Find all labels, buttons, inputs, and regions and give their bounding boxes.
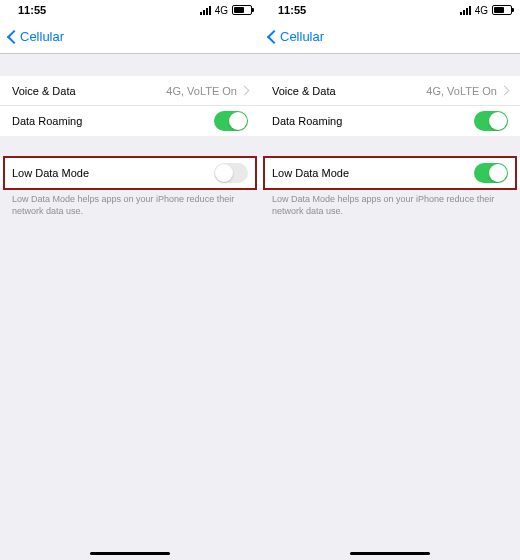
status-time: 11:55 [8, 4, 46, 16]
battery-icon [492, 5, 512, 15]
row-label: Voice & Data [12, 85, 76, 97]
row-voice-data[interactable]: Voice & Data 4G, VoLTE On [0, 76, 260, 106]
toggle-low-data-mode[interactable] [474, 163, 508, 183]
row-value: 4G, VoLTE On [166, 85, 248, 97]
footer-help-text: Low Data Mode helps apps on your iPhone … [260, 188, 520, 223]
back-label: Cellular [280, 29, 324, 44]
row-label: Data Roaming [272, 115, 342, 127]
settings-group-1: Voice & Data 4G, VoLTE On Data Roaming [260, 76, 520, 136]
row-low-data-mode: Low Data Mode [0, 158, 260, 188]
back-button[interactable]: Cellular [6, 28, 64, 46]
chevron-left-icon [6, 28, 18, 46]
row-low-data-mode: Low Data Mode [260, 158, 520, 188]
nav-bar: Cellular [260, 20, 520, 54]
row-voice-data[interactable]: Voice & Data 4G, VoLTE On [260, 76, 520, 106]
status-time: 11:55 [268, 4, 306, 16]
footer-help-text: Low Data Mode helps apps on your iPhone … [0, 188, 260, 223]
row-data-roaming: Data Roaming [0, 106, 260, 136]
status-bar: 11:55 4G [0, 0, 260, 20]
row-label: Data Roaming [12, 115, 82, 127]
battery-icon [232, 5, 252, 15]
back-button[interactable]: Cellular [266, 28, 324, 46]
chevron-right-icon [501, 86, 508, 96]
status-right: 4G [200, 5, 252, 16]
settings-group-1: Voice & Data 4G, VoLTE On Data Roaming [0, 76, 260, 136]
status-bar: 11:55 4G [260, 0, 520, 20]
toggle-data-roaming[interactable] [474, 111, 508, 131]
row-label: Low Data Mode [12, 167, 89, 179]
settings-group-low-data: Low Data Mode [260, 158, 520, 188]
chevron-left-icon [266, 28, 278, 46]
network-label: 4G [475, 5, 488, 16]
home-indicator[interactable] [350, 552, 430, 555]
network-label: 4G [215, 5, 228, 16]
chevron-right-icon [241, 86, 248, 96]
phone-screen-left: 11:55 4G Cellular Voice & Data 4G, VoLTE… [0, 0, 260, 560]
status-right: 4G [460, 5, 512, 16]
row-value: 4G, VoLTE On [426, 85, 508, 97]
nav-bar: Cellular [0, 20, 260, 54]
settings-group-low-data: Low Data Mode [0, 158, 260, 188]
row-label: Low Data Mode [272, 167, 349, 179]
home-indicator[interactable] [90, 552, 170, 555]
toggle-low-data-mode[interactable] [214, 163, 248, 183]
signal-icon [460, 6, 471, 15]
row-data-roaming: Data Roaming [260, 106, 520, 136]
signal-icon [200, 6, 211, 15]
toggle-data-roaming[interactable] [214, 111, 248, 131]
row-label: Voice & Data [272, 85, 336, 97]
back-label: Cellular [20, 29, 64, 44]
phone-screen-right: 11:55 4G Cellular Voice & Data 4G, VoLTE… [260, 0, 520, 560]
